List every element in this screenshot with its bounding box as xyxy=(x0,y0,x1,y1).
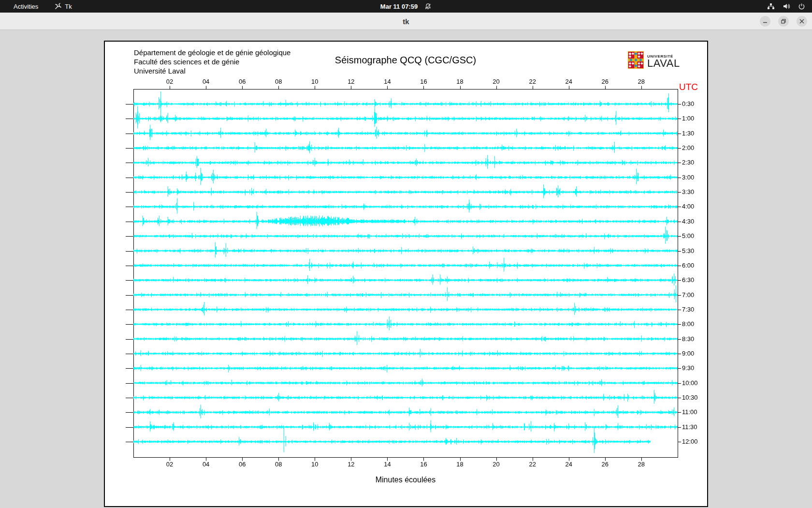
row-time-label: 10:00 xyxy=(682,379,709,387)
utc-axis-label: UTC xyxy=(679,82,698,92)
system-status-area[interactable] xyxy=(767,0,805,13)
x-tick-label-top: 06 xyxy=(232,78,252,85)
row-time-label: 1:00 xyxy=(682,115,709,122)
helicorder-plot xyxy=(104,41,708,507)
x-tick-label-bottom: 06 xyxy=(232,461,252,468)
x-tick-label-bottom: 18 xyxy=(450,461,470,468)
x-tick-label-bottom: 04 xyxy=(196,461,216,468)
row-time-label: 3:00 xyxy=(682,174,709,181)
gnome-top-bar: Activities Tk Mar 11 07:59 xyxy=(0,0,812,13)
x-tick-label-top: 04 xyxy=(196,78,216,85)
row-time-label: 9:00 xyxy=(682,350,709,357)
x-tick-label-top: 20 xyxy=(487,78,506,85)
x-tick-label-bottom: 14 xyxy=(377,461,397,468)
logo-laval-text: LAVAL xyxy=(647,59,680,68)
row-time-label: 3:30 xyxy=(682,188,709,195)
x-tick-label-bottom: 02 xyxy=(160,461,179,468)
row-time-label: 10:30 xyxy=(682,394,709,401)
plot-title: Séismographe QCQ (CGC/GSC) xyxy=(133,55,678,66)
x-tick-label-bottom: 10 xyxy=(305,461,324,468)
row-time-label: 11:30 xyxy=(682,423,709,431)
tk-window-content: Département de géologie et de génie géol… xyxy=(0,30,812,508)
x-tick-label-bottom: 22 xyxy=(523,461,542,468)
row-time-label: 8:00 xyxy=(682,320,709,328)
x-tick-label-top: 14 xyxy=(377,78,397,85)
app-menu[interactable]: Tk xyxy=(55,3,72,10)
row-time-label: 8:30 xyxy=(682,335,709,343)
minimize-button[interactable] xyxy=(760,16,770,27)
app-menu-label: Tk xyxy=(65,3,72,10)
row-time-label: 5:30 xyxy=(682,247,709,254)
x-tick-label-top: 16 xyxy=(414,78,433,85)
x-tick-label-top: 08 xyxy=(269,78,288,85)
window-titlebar[interactable]: tk xyxy=(0,13,812,30)
row-time-label: 6:30 xyxy=(682,276,709,284)
window-title: tk xyxy=(0,13,812,30)
x-tick-label-bottom: 08 xyxy=(269,461,288,468)
x-tick-label-bottom: 26 xyxy=(595,461,615,468)
universite-laval-logo: UNIVERSITÉ LAVAL xyxy=(628,51,680,71)
tk-icon xyxy=(55,3,61,10)
clock[interactable]: Mar 11 07:59 xyxy=(380,3,418,10)
row-time-label: 12:00 xyxy=(682,438,709,445)
row-time-label: 9:30 xyxy=(682,364,709,372)
x-tick-label-top: 02 xyxy=(160,78,179,85)
activities-button[interactable]: Activities xyxy=(10,2,42,11)
row-time-label: 2:30 xyxy=(682,159,709,166)
row-time-label: 0:30 xyxy=(682,100,709,107)
x-tick-label-top: 10 xyxy=(305,78,324,85)
row-time-label: 6:00 xyxy=(682,262,709,269)
seismograph-canvas-panel: Département de géologie et de génie géol… xyxy=(104,41,708,507)
row-time-label: 4:00 xyxy=(682,203,709,210)
power-icon xyxy=(798,3,805,10)
volume-icon xyxy=(783,2,790,10)
row-time-label: 7:30 xyxy=(682,306,709,313)
close-button[interactable] xyxy=(797,16,807,27)
laval-shield-icon xyxy=(628,51,644,71)
x-tick-label-bottom: 20 xyxy=(487,461,506,468)
row-time-label: 2:00 xyxy=(682,144,709,151)
x-tick-label-bottom: 12 xyxy=(341,461,361,468)
row-time-label: 11:00 xyxy=(682,408,709,416)
x-tick-label-bottom: 24 xyxy=(559,461,579,468)
x-tick-label-top: 24 xyxy=(559,78,579,85)
row-time-label: 4:30 xyxy=(682,218,709,225)
x-tick-label-top: 22 xyxy=(523,78,542,85)
row-time-label: 5:00 xyxy=(682,232,709,239)
row-time-label: 1:30 xyxy=(682,130,709,137)
x-tick-label-top: 28 xyxy=(632,78,651,85)
row-time-label: 7:00 xyxy=(682,291,709,299)
x-tick-label-top: 26 xyxy=(595,78,615,85)
network-wired-icon xyxy=(767,2,775,10)
x-tick-label-bottom: 16 xyxy=(414,461,433,468)
x-axis-title: Minutes écoulées xyxy=(133,476,678,484)
maximize-button[interactable] xyxy=(778,16,789,27)
x-tick-label-top: 18 xyxy=(450,78,470,85)
x-tick-label-top: 12 xyxy=(341,78,361,85)
notifications-disabled-icon xyxy=(424,3,432,10)
x-tick-label-bottom: 28 xyxy=(632,461,651,468)
